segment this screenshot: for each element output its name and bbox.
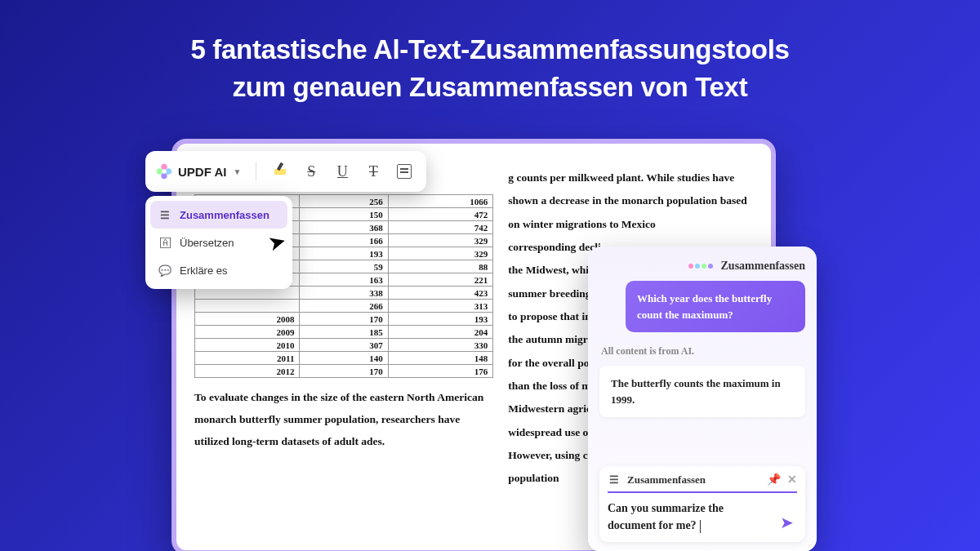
translate-icon: 🄰 (158, 236, 172, 249)
table-cell: 472 (388, 208, 493, 221)
chat-header: Zusammenfassen (599, 260, 805, 273)
toolbar-separator (256, 162, 256, 180)
table-cell: 140 (300, 352, 388, 365)
doc-paragraph-left: To evaluate changes in the size of the e… (194, 386, 493, 452)
table-cell: 330 (388, 339, 493, 352)
dd-label-explain: Erkläre es (180, 264, 228, 277)
table-cell: 59 (300, 260, 388, 273)
dropdown-item-explain[interactable]: 💬 Erkläre es (150, 256, 287, 284)
table-cell (195, 300, 300, 313)
svg-point-3 (157, 168, 163, 174)
brand-updf-ai[interactable]: UPDF AI ▼ (155, 162, 246, 180)
table-cell: 193 (388, 313, 493, 326)
brand-label: UPDF AI (178, 165, 226, 179)
headline-line1: 5 fantastische Al-Text-Zusammenfassungst… (190, 34, 789, 64)
note-button[interactable] (390, 158, 418, 185)
table-cell: 2011 (195, 352, 300, 365)
table-cell: 313 (388, 300, 493, 313)
table-cell: 185 (300, 326, 388, 339)
table-cell: 2012 (195, 365, 300, 378)
chat-input-title: Zusammenfassen (627, 473, 706, 487)
table-cell: 88 (388, 260, 493, 273)
text-cursor-icon (700, 520, 701, 533)
table-row: 266313 (195, 300, 493, 313)
chat-input[interactable]: Can you summarize the document for me? (608, 500, 772, 534)
table-row: 2012170176 (195, 365, 493, 378)
speech-icon: 💬 (158, 264, 172, 277)
chat-input-area: ☰ Zusammenfassen 📌 ✕ Can you summarize t… (599, 466, 805, 542)
chat-user-message: Which year does the butterfly count the … (626, 281, 805, 332)
highlight-icon (274, 166, 286, 177)
table-cell: 170 (300, 313, 388, 326)
svg-point-0 (161, 164, 167, 170)
table-cell: 170 (300, 365, 388, 378)
text-style-icon: T (369, 163, 378, 180)
table-cell: 368 (300, 221, 388, 234)
highlight-button[interactable] (266, 158, 294, 185)
table-cell: 2009 (195, 326, 300, 339)
dd-label-translate: Übersetzen (180, 237, 234, 249)
send-button[interactable]: ➤ (777, 513, 797, 534)
strikethrough-button[interactable]: S (297, 158, 325, 185)
table-cell: 742 (388, 221, 493, 234)
table-cell: 2008 (195, 313, 300, 326)
text-style-button[interactable]: T (359, 158, 387, 185)
table-cell: 176 (388, 365, 493, 378)
dropdown-caret-icon: ▼ (233, 167, 241, 176)
svg-point-4 (162, 169, 167, 174)
chat-logo-dots-icon (688, 264, 713, 269)
list-icon: ☰ (158, 208, 172, 221)
updf-logo-icon (155, 162, 173, 180)
dd-label-summarize: Zusammenfassen (180, 209, 270, 221)
table-cell: 423 (388, 287, 493, 300)
table-cell: 148 (388, 352, 493, 365)
table-row: 2009185204 (195, 326, 493, 339)
table-cell: 338 (300, 287, 388, 300)
summarize-chat-panel: Zusammenfassen Which year does the butte… (588, 247, 817, 551)
table-cell: 256 (300, 195, 388, 208)
table-cell: 266 (300, 300, 388, 313)
table-row: 2011140148 (195, 352, 493, 365)
chat-ai-disclaimer: All content is from AI. (601, 345, 805, 358)
list-icon: ☰ (608, 473, 621, 487)
svg-point-2 (161, 173, 167, 179)
table-cell: 204 (388, 326, 493, 339)
chat-ai-message: The butterfly counts the maximum in 1999… (599, 366, 805, 417)
underline-icon: U (337, 163, 348, 180)
pin-button[interactable]: 📌 (767, 473, 781, 487)
strikethrough-icon: S (307, 163, 315, 180)
dropdown-item-summarize[interactable]: ☰ Zusammenfassen (150, 201, 287, 229)
table-cell: 1066 (388, 195, 493, 208)
note-icon (397, 164, 412, 179)
underline-button[interactable]: U (328, 158, 356, 185)
ai-toolbar: UPDF AI ▼ S U T (145, 151, 426, 192)
chat-input-text: Can you summarize the document for me? (608, 502, 724, 531)
table-cell: 307 (300, 339, 388, 352)
table-cell: 2010 (195, 339, 300, 352)
table-cell: 329 (388, 234, 493, 247)
table-cell: 193 (300, 247, 388, 260)
svg-point-1 (166, 168, 172, 174)
chat-input-header: ☰ Zusammenfassen 📌 ✕ (608, 473, 797, 491)
table-row: 2010307330 (195, 339, 493, 352)
table-cell: 221 (388, 273, 493, 287)
page-headline: 5 fantastische Al-Text-Zusammenfassungst… (0, 0, 980, 106)
table-cell: 329 (388, 247, 493, 260)
chat-title: Zusammenfassen (721, 260, 805, 273)
headline-line2: zum genauen Zusammenfassen von Text (233, 72, 748, 102)
table-cell: 163 (300, 273, 388, 287)
table-cell: 166 (300, 234, 388, 247)
table-row: 2008170193 (195, 313, 493, 326)
doc-right-top: g counts per milkweed plant. While studi… (508, 171, 746, 230)
close-button[interactable]: ✕ (787, 473, 797, 487)
table-cell: 150 (300, 208, 388, 221)
